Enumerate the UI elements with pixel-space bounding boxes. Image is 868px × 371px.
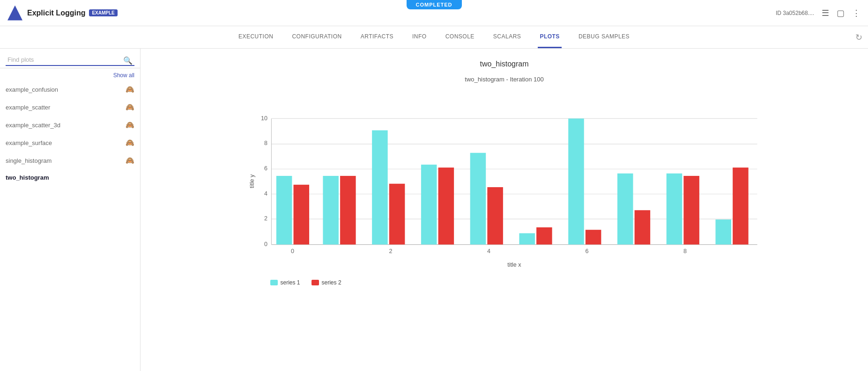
sidebar-item-label: example_surface — [6, 139, 52, 146]
bar-6-s1 — [568, 118, 584, 244]
completed-banner: COMPLETED — [406, 0, 461, 9]
legend-label-series1: series 1 — [281, 279, 300, 286]
legend-series1: series 1 — [270, 279, 300, 286]
hide-icon-3: 🙈 — [126, 138, 134, 147]
sidebar-item-label: example_scatter_3d — [6, 122, 60, 129]
bar-1-s2 — [340, 176, 356, 245]
example-badge: EXAMPLE — [89, 9, 117, 16]
svg-text:10: 10 — [261, 115, 267, 122]
search-wrapper: 🔍 — [6, 54, 134, 66]
tab-scalars[interactable]: SCALARS — [491, 26, 523, 48]
bar-7-s2 — [634, 210, 650, 244]
histogram-svg: 0 2 4 6 8 10 title y — [247, 94, 762, 270]
sidebar-item-label: example_scatter — [6, 104, 50, 111]
document-icon[interactable]: ☰ — [822, 9, 829, 17]
bar-2-s1 — [372, 131, 388, 245]
svg-text:2: 2 — [389, 248, 392, 255]
bar-6-s2 — [585, 230, 601, 244]
svg-text:0: 0 — [264, 241, 267, 247]
tab-artifacts[interactable]: ARTIFACTS — [359, 26, 395, 48]
sidebar-item-label: example_confusion — [6, 86, 58, 93]
svg-text:4: 4 — [264, 190, 267, 197]
bar-9-s2 — [733, 167, 749, 244]
bar-8-s1 — [666, 174, 682, 245]
svg-text:8: 8 — [683, 248, 687, 255]
task-id: ID 3a052b68.... — [776, 10, 814, 16]
bar-5-s1 — [519, 233, 535, 245]
hide-icon-0: 🙈 — [126, 85, 134, 94]
hide-icon-1: 🙈 — [126, 103, 134, 111]
bar-5-s2 — [536, 227, 552, 245]
bar-3-s2 — [438, 167, 454, 244]
chart-title: two_histogram — [156, 60, 853, 68]
svg-text:8: 8 — [264, 140, 267, 146]
svg-text:0: 0 — [290, 248, 294, 255]
bar-3-s1 — [421, 165, 437, 245]
bar-4-s1 — [470, 153, 486, 245]
nav-tabs: EXECUTION CONFIGURATION ARTIFACTS INFO C… — [0, 26, 868, 49]
show-all-button[interactable]: Show all — [0, 68, 140, 80]
hide-icon-2: 🙈 — [126, 121, 134, 129]
bar-2-s2 — [389, 184, 405, 245]
chart-subtitle: two_histogram - Iteration 100 — [156, 76, 853, 83]
tab-configuration[interactable]: CONFIGURATION — [290, 26, 343, 48]
tab-info[interactable]: INFO — [410, 26, 429, 48]
bar-4-s2 — [487, 187, 503, 245]
sidebar-item-example-scatter[interactable]: example_scatter 🙈 — [0, 98, 140, 116]
refresh-icon[interactable]: ↻ — [855, 32, 862, 43]
content-area: two_histogram two_histogram - Iteration … — [141, 49, 868, 371]
search-input[interactable] — [6, 54, 134, 66]
sidebar-item-label: single_histogram — [6, 157, 52, 164]
bar-0-s2 — [293, 185, 309, 245]
tab-console[interactable]: CONSOLE — [444, 26, 476, 48]
tab-execution[interactable]: EXECUTION — [237, 26, 275, 48]
legend-color-series1 — [270, 280, 278, 285]
svg-text:4: 4 — [487, 248, 490, 255]
svg-text:6: 6 — [585, 248, 588, 255]
sidebar-item-example-scatter-3d[interactable]: example_scatter_3d 🙈 — [0, 116, 140, 134]
svg-text:2: 2 — [264, 215, 267, 222]
bar-8-s2 — [683, 176, 699, 245]
top-bar-right: ID 3a052b68.... ☰ ▢ ⋮ — [776, 9, 861, 17]
bar-1-s1 — [323, 176, 339, 245]
hide-icon-4: 🙈 — [126, 156, 134, 165]
sidebar-item-example-surface[interactable]: example_surface 🙈 — [0, 134, 140, 152]
legend-label-series2: series 2 — [322, 279, 341, 286]
menu-icon[interactable]: ⋮ — [852, 9, 861, 17]
tab-debug-samples[interactable]: DEBUG SAMPLES — [577, 26, 631, 48]
top-bar: Explicit Logging EXAMPLE COMPLETED ID 3a… — [0, 0, 868, 26]
layout-icon[interactable]: ▢ — [837, 9, 845, 17]
sidebar-item-two-histogram[interactable]: two_histogram — [0, 169, 140, 186]
bar-7-s1 — [617, 174, 633, 245]
sidebar: 🔍 Show all example_confusion 🙈 example_s… — [0, 49, 141, 371]
svg-text:title x: title x — [507, 262, 521, 268]
app-title: Explicit Logging — [27, 9, 85, 17]
sidebar-item-single-histogram[interactable]: single_histogram 🙈 — [0, 152, 140, 169]
legend-color-series2 — [312, 280, 319, 285]
sidebar-search-row: 🔍 — [0, 49, 140, 68]
svg-text:title y: title y — [248, 174, 255, 188]
legend-series2: series 2 — [312, 279, 341, 286]
chart-legend: series 1 series 2 — [270, 279, 762, 286]
svg-text:6: 6 — [264, 165, 267, 172]
search-icon: 🔍 — [123, 56, 133, 65]
sidebar-item-example-confusion[interactable]: example_confusion 🙈 — [0, 80, 140, 98]
chart-container: 0 2 4 6 8 10 title y — [247, 94, 762, 286]
sidebar-item-label: two_histogram — [6, 174, 49, 181]
bar-0-s1 — [276, 176, 292, 245]
logo-icon — [7, 6, 22, 21]
bar-9-s1 — [715, 219, 731, 244]
main-layout: 🔍 Show all example_confusion 🙈 example_s… — [0, 49, 868, 371]
tab-plots[interactable]: PLOTS — [538, 26, 562, 48]
